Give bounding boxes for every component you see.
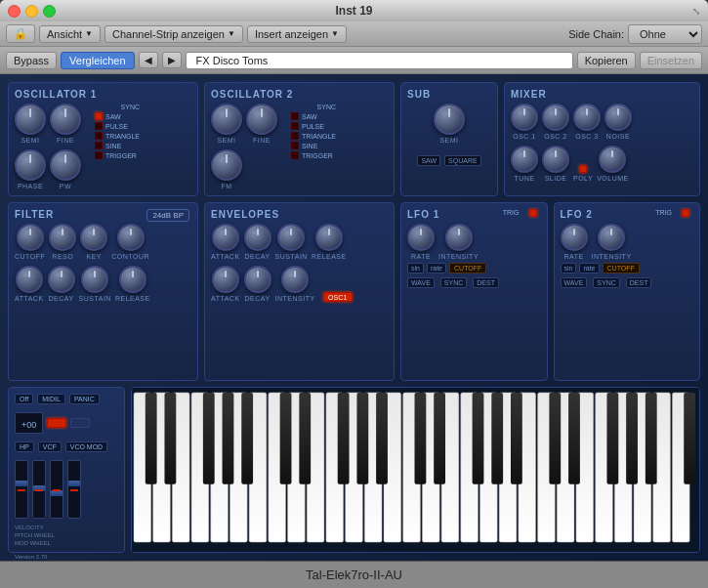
sidechain-select[interactable]: Ohne — [628, 24, 702, 44]
env-release-knob[interactable] — [315, 224, 343, 251]
env-osc1-button[interactable]: OSC1 — [323, 292, 353, 302]
midi-button[interactable]: MIDIL — [37, 394, 65, 404]
lfo2-rate-knob[interactable] — [561, 224, 588, 251]
osc2-pulse-led[interactable] — [291, 122, 299, 130]
osc2-trigger-led[interactable] — [291, 151, 299, 159]
lfo1-sin-button[interactable]: sin — [407, 263, 424, 273]
mixer-osc3-knob[interactable] — [573, 104, 601, 131]
slider-4-thumb[interactable] — [68, 481, 80, 486]
resize-icon[interactable]: ⤡ — [692, 6, 700, 17]
osc1-sine-led[interactable] — [95, 142, 103, 149]
white-keys[interactable] — [134, 393, 689, 542]
velocity-label: VELOCITY — [15, 525, 118, 530]
svg-rect-36 — [299, 393, 311, 484]
env-attack-knob[interactable] — [212, 224, 239, 251]
lfo1-wave-button[interactable]: WAVE — [407, 277, 435, 288]
lfo2-dest-button[interactable]: DEST — [626, 277, 652, 288]
lfo2-cutoff-button[interactable]: CUTOFF — [603, 263, 640, 273]
ctrl-led2[interactable] — [70, 418, 90, 428]
nav-prev-button[interactable]: ◀ — [139, 52, 158, 68]
nav-next-button[interactable]: ▶ — [162, 52, 182, 68]
bypass-button[interactable]: Bypass — [6, 52, 57, 69]
paste-button[interactable]: Einsetzen — [640, 52, 702, 69]
osc1-phase-knob[interactable] — [15, 149, 46, 181]
mixer-tune-knob[interactable] — [511, 146, 538, 173]
piano-keys-svg[interactable] — [132, 388, 699, 552]
slider-1[interactable] — [15, 460, 28, 519]
sub-semi-knob[interactable] — [434, 104, 465, 135]
filter-reso-knob[interactable] — [49, 224, 76, 251]
lock-button[interactable]: 🔒 — [6, 24, 35, 43]
slider-1-thumb[interactable] — [16, 481, 27, 486]
lfo1-rate-label: RATE — [411, 253, 431, 260]
copy-button[interactable]: Kopieren — [577, 52, 636, 69]
osc1-semi-knob[interactable] — [15, 104, 46, 135]
close-button[interactable] — [8, 5, 21, 18]
lfo1-cutoff-button[interactable]: CUTOFF — [449, 263, 486, 273]
lfo2-wave-button[interactable]: WAVE — [561, 277, 588, 288]
lfo1-sync-button[interactable]: SYNC — [440, 277, 467, 288]
osc2-sine-led[interactable] — [291, 142, 299, 149]
filter-attack-knob[interactable] — [16, 266, 43, 293]
mixer-osc2-knob[interactable] — [542, 104, 569, 131]
filter-sustain-knob[interactable] — [81, 266, 108, 293]
env-decay-knob[interactable] — [244, 224, 271, 251]
filter-cutoff-knob[interactable] — [17, 224, 44, 251]
slider-2[interactable] — [32, 460, 46, 519]
svg-rect-40 — [415, 393, 427, 484]
osc2-triangle-led[interactable] — [291, 132, 299, 140]
env-intensity-knob[interactable] — [281, 266, 309, 293]
view-dropdown[interactable]: Ansicht ▼ — [39, 25, 101, 43]
slider-3[interactable] — [50, 460, 63, 519]
osc1-pulse-led[interactable] — [95, 122, 103, 130]
filter-contour-knob[interactable] — [117, 224, 145, 251]
lfo1-rate-knob[interactable] — [407, 224, 435, 251]
filter-key-knob[interactable] — [80, 224, 107, 251]
lfo2-intensity-knob[interactable] — [598, 224, 625, 251]
filter-decay-knob[interactable] — [48, 266, 75, 293]
env-sustain-knob[interactable] — [277, 224, 305, 251]
osc1-pw-knob[interactable] — [50, 149, 81, 181]
slider-4[interactable] — [67, 460, 81, 519]
osc2-saw-led[interactable] — [291, 112, 299, 120]
osc1-fine-knob[interactable] — [50, 104, 81, 135]
compare-button[interactable]: Vergleichen — [61, 52, 135, 69]
off-button[interactable]: Off — [15, 394, 33, 404]
osc1-trigger-led[interactable] — [95, 151, 103, 159]
lfo2-trig-led[interactable] — [682, 209, 689, 217]
vcf-button[interactable]: VCF — [38, 441, 62, 452]
mixer-volume-knob[interactable] — [599, 146, 626, 173]
lfo1-intensity-knob[interactable] — [445, 224, 473, 251]
env-sustain-label: SUSTAIN — [275, 253, 308, 260]
keys-container[interactable] — [132, 388, 699, 552]
lfo2-sin-button[interactable]: sin — [561, 263, 577, 273]
lfo2-sync-button[interactable]: SYNC — [593, 277, 619, 288]
mixer-slide-knob[interactable] — [542, 146, 569, 173]
panic-button[interactable]: PANIC — [69, 394, 100, 404]
lfo1-dest-button[interactable]: DEST — [473, 277, 499, 288]
mixer-osc1-knob[interactable] — [511, 104, 538, 131]
env-attack2-knob[interactable] — [212, 266, 239, 293]
lfo2-rate-button[interactable]: rate — [579, 263, 599, 273]
osc2-fine-knob[interactable] — [246, 104, 277, 135]
channel-strip-dropdown[interactable]: Channel-Strip anzeigen ▼ — [104, 25, 243, 43]
osc1-saw-led[interactable] — [95, 112, 103, 120]
ctrl-led1[interactable] — [47, 418, 66, 428]
mixer-poly-led[interactable] — [579, 165, 587, 173]
sidechain-label: Side Chain: — [568, 28, 624, 40]
mixer-noise-knob[interactable] — [604, 104, 632, 131]
black-keys[interactable] — [146, 393, 695, 484]
osc1-triangle-led[interactable] — [95, 132, 103, 140]
osc2-semi-knob[interactable] — [211, 104, 242, 135]
vco-button[interactable]: VCO MOD — [65, 441, 107, 452]
lfo1-trig-led[interactable] — [529, 209, 537, 217]
hp-button[interactable]: HP — [15, 441, 34, 452]
filter-release-knob[interactable] — [119, 266, 146, 293]
env-release-label: RELEASE — [312, 253, 347, 260]
lfo1-rate-button[interactable]: rate — [427, 263, 446, 273]
insert-dropdown[interactable]: Insert anzeigen ▼ — [247, 25, 347, 43]
env-decay2-knob[interactable] — [244, 266, 271, 293]
maximize-button[interactable] — [43, 5, 56, 18]
osc2-fm-knob[interactable] — [211, 149, 242, 181]
minimize-button[interactable] — [25, 5, 38, 18]
